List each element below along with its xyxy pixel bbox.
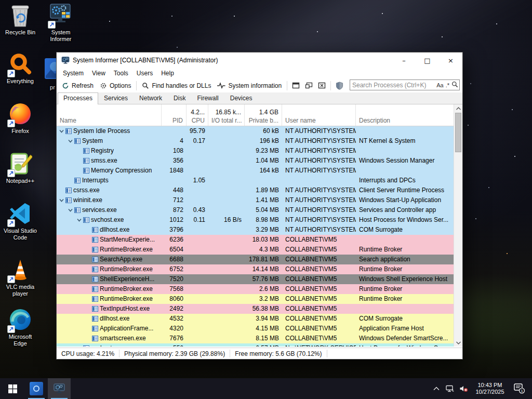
process-row[interactable]: Memory Compression1848164 kBNT AUTHORITY… xyxy=(57,166,454,176)
search-go-icon[interactable] xyxy=(450,81,459,89)
process-row[interactable]: RuntimeBroker.exe75682.6 MBCOLLABNET\VM5… xyxy=(57,284,454,294)
column-header-desc[interactable]: Description xyxy=(356,104,454,126)
process-cpu xyxy=(187,304,208,314)
status-bar: CPU usage: 4.21% Physical memory: 2.39 G… xyxy=(57,348,462,359)
process-user: COLLABNET\VM5 xyxy=(282,304,356,314)
titlebar[interactable]: System Informer [COLLABNET\VM5] (Adminis… xyxy=(57,52,462,68)
refresh-button[interactable]: Refresh xyxy=(59,81,97,91)
process-row[interactable]: smartscreen.exe76768.15 MBCOLLABNET\VM5W… xyxy=(57,334,454,343)
process-desc: Client Server Runtime Process xyxy=(356,185,454,195)
regex-toggle[interactable]: .* xyxy=(445,82,450,88)
taskbar-app-button[interactable] xyxy=(25,378,48,399)
process-row[interactable]: wininit.exe7121.41 MBNT AUTHORITY\SYSTEM… xyxy=(57,195,454,205)
column-header-cpu[interactable]: 4.2...CPU xyxy=(187,104,208,126)
match-case-toggle[interactable]: Aa xyxy=(435,82,444,88)
process-row[interactable]: RuntimeBroker.exe65044.3 MBCOLLABNET\VM5… xyxy=(57,245,454,255)
column-header-priv[interactable]: 1.4 GBPrivate b... xyxy=(245,104,282,126)
menu-view[interactable]: View xyxy=(88,69,110,78)
process-row[interactable]: svchost.exe10120.1116 B/s8.98 MBNT AUTHO… xyxy=(57,215,454,225)
process-row[interactable]: services.exe8720.435.04 MBNT AUTHORITY\S… xyxy=(57,205,454,215)
column-header-user[interactable]: User name xyxy=(282,104,356,126)
expander-chevron-icon[interactable] xyxy=(68,208,73,212)
process-priv: 1.04 MB xyxy=(245,156,282,166)
desktop-icon-vlc[interactable]: VLC media player xyxy=(3,258,37,297)
process-cpu: 1.05 xyxy=(187,176,208,185)
process-icon xyxy=(92,336,98,341)
desktop-icon-recycle-bin[interactable]: Recycle Bin xyxy=(3,3,37,36)
tab-network[interactable]: Network xyxy=(134,92,168,104)
expander-chevron-icon[interactable] xyxy=(68,139,73,143)
system-information-button[interactable]: System information xyxy=(214,81,285,91)
expander-chevron-icon[interactable] xyxy=(59,198,64,203)
menu-help[interactable]: Help xyxy=(157,69,178,78)
process-name-cell: dllhost.exe xyxy=(57,225,162,235)
network-icon[interactable] xyxy=(444,378,456,399)
process-cpu xyxy=(187,274,208,284)
process-row[interactable]: ApplicationFrame...43204.15 MBCOLLABNET\… xyxy=(57,324,454,334)
menu-users[interactable]: Users xyxy=(132,69,157,78)
process-cpu xyxy=(187,284,208,294)
taskbar-system-informer-button[interactable] xyxy=(48,378,71,399)
process-row[interactable]: csrss.exe4481.89 MBNT AUTHORITY\SYSTEMCl… xyxy=(57,185,454,195)
volume-muted-icon[interactable] xyxy=(457,378,470,399)
process-row[interactable]: ShellExperienceH...752057.76 MBCOLLABNET… xyxy=(57,274,454,284)
find-handles-button[interactable]: Find handles or DLLs xyxy=(139,81,214,91)
column-header-io[interactable]: 16.85 k...I/O total r... xyxy=(208,104,245,126)
tab-processes[interactable]: Processes xyxy=(58,92,98,104)
shortcut-arrow-icon xyxy=(7,70,15,77)
scroll-up-arrow-icon[interactable] xyxy=(454,104,462,112)
process-row[interactable]: RuntimeBroker.exe80603.2 MBCOLLABNET\VM5… xyxy=(57,294,454,304)
action-center-button[interactable]: 1 xyxy=(510,378,529,399)
start-button[interactable] xyxy=(0,378,25,399)
security-shield-icon[interactable] xyxy=(333,80,346,91)
process-name-cell: Memory Compression xyxy=(57,166,162,176)
desktop-icon-firefox[interactable]: Firefox xyxy=(3,102,37,135)
vertical-scrollbar[interactable] xyxy=(454,104,462,347)
close-window-button[interactable] xyxy=(315,81,328,90)
expander-chevron-icon[interactable] xyxy=(76,218,82,222)
process-row[interactable]: TextInputHost.exe249256.38 MBCOLLABNET\V… xyxy=(57,304,454,314)
process-cpu: 0.11 xyxy=(187,215,208,225)
tab-devices[interactable]: Devices xyxy=(224,92,258,104)
window-title: System Informer [COLLABNET\VM5] (Adminis… xyxy=(73,57,392,64)
shortcut-arrow-icon xyxy=(48,21,56,29)
cascade-windows-button[interactable] xyxy=(302,81,315,90)
desktop-icon-vscode[interactable]: Visual Studio Code xyxy=(3,202,37,241)
maximize-button[interactable]: □ xyxy=(416,52,439,68)
desktop-icon-notepadpp[interactable]: Notepad++ xyxy=(3,152,37,184)
process-desc: Host Process for Windows Ser... xyxy=(356,215,454,225)
process-pid xyxy=(162,126,187,136)
process-row[interactable]: Registry1089.23 MBNT AUTHORITY\SYSTEM xyxy=(57,146,454,156)
search-input[interactable] xyxy=(350,82,435,89)
taskbar-clock[interactable]: 10:43 PM 10/27/2025 xyxy=(471,382,509,395)
process-row[interactable]: smss.exe3561.04 MBNT AUTHORITY\SYSTEMWin… xyxy=(57,156,454,166)
scroll-down-arrow-icon[interactable] xyxy=(454,339,462,347)
process-row[interactable]: RuntimeBroker.exe675214.14 MBCOLLABNET\V… xyxy=(57,264,454,274)
options-button[interactable]: Options xyxy=(97,81,134,91)
close-button[interactable]: × xyxy=(439,52,462,68)
process-name: Interrupts xyxy=(82,176,109,185)
expander-chevron-icon[interactable] xyxy=(59,129,64,134)
menu-system[interactable]: System xyxy=(59,69,88,78)
tab-services[interactable]: Services xyxy=(98,92,134,104)
column-header-pid[interactable]: PID xyxy=(162,104,187,126)
process-row[interactable]: System Idle Process95.7960 kBNT AUTHORIT… xyxy=(57,126,454,136)
desktop-icon-edge[interactable]: Microsoft Edge xyxy=(3,308,37,347)
desktop-icon-everything[interactable]: Everything xyxy=(3,52,37,85)
process-row[interactable]: System40.17196 kBNT AUTHORITY\SYSTEMNT K… xyxy=(57,136,454,146)
always-on-top-button[interactable] xyxy=(289,81,302,90)
scrollbar-thumb[interactable] xyxy=(455,113,461,152)
tab-firewall[interactable]: Firewall xyxy=(191,92,224,104)
process-row[interactable]: StartMenuExperie...623618.03 MBCOLLABNET… xyxy=(57,235,454,245)
process-row[interactable]: Interrupts1.05Interrupts and DPCs xyxy=(57,176,454,185)
process-row[interactable]: dllhost.exe37963.29 MBNT AUTHORITY\SYSTE… xyxy=(57,225,454,235)
tab-disk[interactable]: Disk xyxy=(168,92,191,104)
process-row[interactable]: dllhost.exe45323.94 MBCOLLABNET\VM5COM S… xyxy=(57,314,454,324)
tray-chevron-up-icon[interactable] xyxy=(430,378,443,399)
column-header-name[interactable]: Name xyxy=(57,104,162,126)
process-row[interactable]: svchost.exe5566.57 MBN...\NETWORK SERVIC… xyxy=(57,343,454,347)
desktop-icon-system-informer[interactable]: System Informer xyxy=(44,3,78,43)
minimize-button[interactable]: – xyxy=(392,52,416,68)
menu-tools[interactable]: Tools xyxy=(110,69,132,78)
process-row[interactable]: SearchApp.exe6688178.81 MBCOLLABNET\VM5S… xyxy=(57,255,454,264)
